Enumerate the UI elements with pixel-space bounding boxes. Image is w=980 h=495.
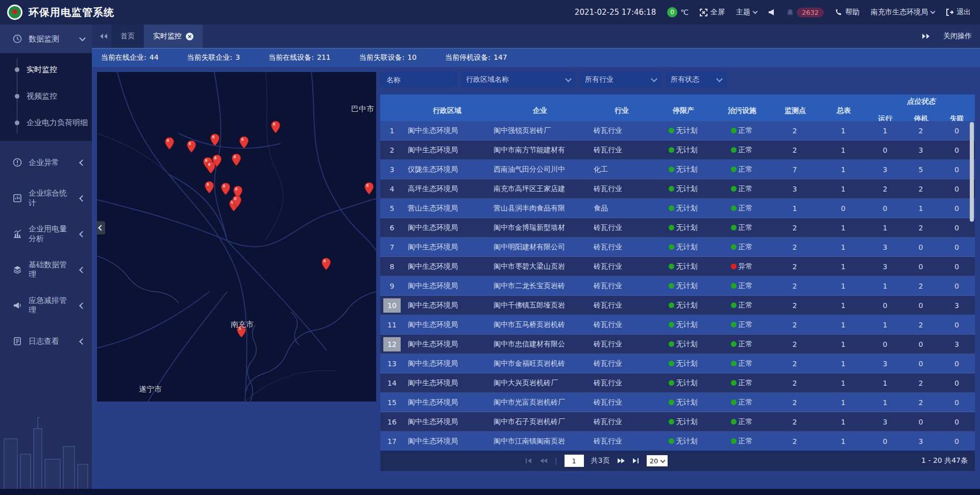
sidebar-item-company-abnormal[interactable]: 企业异常	[0, 148, 92, 177]
table-row[interactable]: 11 阆中生态环境局 阆中市五马桥页岩机砖 砖瓦行业 无计划 正常 2 1 1 …	[380, 315, 975, 335]
page-size-select[interactable]: 20	[647, 455, 668, 466]
app-logo-icon	[7, 5, 22, 20]
logout-button[interactable]: 退出	[946, 8, 971, 17]
map-collapse-button[interactable]	[97, 221, 105, 234]
close-operations[interactable]: 关闭操作	[922, 32, 972, 41]
cell-run: 3	[867, 166, 903, 174]
org-menu[interactable]: 南充市生态环境局	[871, 8, 935, 17]
page-number-input[interactable]	[565, 455, 584, 467]
map-pin[interactable]	[239, 136, 249, 149]
sidebar-item-emergency-reduction[interactable]: 应急减排管理	[0, 291, 92, 320]
status-dot	[731, 438, 737, 444]
map[interactable]: 巴中市南充市遂宁市	[97, 72, 376, 402]
chevron-down-icon	[660, 458, 666, 463]
chevron-down-icon	[79, 35, 86, 41]
table-row[interactable]: 5 营山生态环境局 营山县润丰肉食品有限 食品 无计划 正常 1 0 0 1 0	[380, 199, 975, 218]
row-number: 7	[380, 240, 404, 254]
sidebar-item-power-load-detail[interactable]: 企业电力负荷明细	[0, 109, 92, 136]
tab-realtime-monitoring[interactable]: 实时监控 ×	[144, 25, 203, 48]
name-filter-input[interactable]	[385, 75, 444, 84]
map-pin[interactable]	[206, 161, 215, 174]
table-row[interactable]: 4 高坪生态环境局 南充市高坪区王家店建 砖瓦行业 无计划 正常 3 1 2 2…	[380, 179, 975, 199]
first-page-button[interactable]	[525, 458, 532, 464]
cell-industry: 砖瓦行业	[590, 398, 653, 407]
map-pin[interactable]	[322, 258, 331, 270]
fullscreen-button[interactable]: 全屏	[700, 8, 725, 17]
next-page-button[interactable]	[617, 458, 625, 464]
table-row[interactable]: 2 阆中生态环境局 阆中市南方节能建材有 砖瓦行业 无计划 正常 2 1 0 3…	[380, 140, 975, 160]
table-row[interactable]: 6 阆中生态环境局 阆中市金博瑞新型墙材 砖瓦行业 无计划 正常 2 1 1 2…	[380, 218, 975, 238]
map-pin[interactable]	[232, 196, 241, 208]
map-pin[interactable]	[271, 121, 280, 133]
cell-region: 阆中生态环境局	[404, 243, 489, 252]
chevron-left-icon	[79, 231, 86, 238]
table-row[interactable]: 1 阆中生态环境局 阆中强锐页岩砖厂 砖瓦行业 无计划 正常 2 1 1 2 0	[380, 121, 975, 140]
location-pin-icon	[221, 183, 230, 195]
region-filter-select[interactable]: 行政区域名称	[461, 72, 576, 87]
last-page-button[interactable]	[632, 458, 640, 464]
cell-region: 阆中生态环境局	[404, 126, 489, 135]
cell-region: 阆中生态环境局	[404, 417, 489, 427]
location-pin-icon	[187, 140, 196, 153]
status-dot	[731, 341, 737, 347]
map-pin[interactable]	[205, 181, 214, 194]
tab-home[interactable]: 首页	[111, 25, 144, 48]
status-filter-select[interactable]: 所有状态	[666, 72, 727, 87]
industry-filter-select[interactable]: 所有行业	[580, 72, 662, 87]
table-row[interactable]: 10 阆中生态环境局 阆中千佛镇五郎垭页岩 砖瓦行业 无计划 正常 2 1 0 …	[380, 296, 975, 315]
help-button[interactable]: 帮助	[835, 8, 860, 17]
cell-lost: 0	[939, 321, 975, 329]
map-pin[interactable]	[165, 137, 174, 150]
table-row[interactable]: 3 仪陇生态环境局 西南油气田分公司川中 化工 无计划 正常 7 1 3 5 0	[380, 160, 975, 179]
sidebar-item-company-statistics[interactable]: 企业综合统计	[0, 184, 92, 213]
sidebar-item-data-monitoring[interactable]: 数据监测	[0, 25, 92, 53]
table-row[interactable]: 15 阆中生态环境局 阆中市光富页岩机砖厂 砖瓦行业 无计划 正常 2 1 1 …	[380, 393, 975, 412]
table-row[interactable]: 9 阆中生态环境局 阆中市二龙长宝页岩砖 砖瓦行业 无计划 正常 2 1 1 2…	[380, 276, 975, 296]
cell-points: 2	[770, 243, 819, 251]
location-pin-icon	[271, 121, 280, 133]
fullscreen-icon	[700, 9, 707, 16]
col-meter: 总表	[819, 106, 867, 115]
bell-icon	[787, 9, 794, 16]
tab-close-icon[interactable]: ×	[186, 33, 193, 40]
name-filter[interactable]	[380, 72, 457, 87]
map-pin[interactable]	[364, 182, 374, 195]
tabs-scroll-left-button[interactable]	[96, 33, 111, 39]
table-row[interactable]: 17 阆中生态环境局 阆中市江南镇阆南页岩 砖瓦行业 无计划 正常 2 1 0 …	[380, 432, 975, 451]
table-row[interactable]: 13 阆中生态环境局 阆中市金福旺页岩机砖 砖瓦行业 无计划 正常 2 1 3 …	[380, 354, 975, 373]
row-number: 17	[380, 434, 404, 449]
sidebar-item-base-data[interactable]: 基础数据管理	[0, 255, 92, 284]
alarm-indicator[interactable]: 2632	[787, 8, 824, 17]
sidebar-item-power-analysis[interactable]: 企业用电量分析	[0, 220, 92, 248]
table-row[interactable]: 16 阆中生态环境局 阆中市石子页岩机砖厂 砖瓦行业 无计划 正常 2 1 3 …	[380, 412, 975, 432]
cell-limit: 无计划	[653, 165, 713, 174]
sidebar-item-log-view[interactable]: 日志查看	[0, 327, 92, 356]
cell-meter: 1	[819, 224, 867, 232]
prev-page-button[interactable]	[540, 458, 548, 464]
map-pin[interactable]	[221, 183, 230, 195]
map-pin[interactable]	[232, 154, 241, 166]
location-pin-icon	[205, 181, 214, 194]
table-row[interactable]: 14 阆中生态环境局 阆中大兴页岩机砖厂 砖瓦行业 无计划 正常 2 1 1 2…	[380, 373, 975, 393]
theme-menu[interactable]: 主题	[736, 8, 757, 17]
map-pin[interactable]	[210, 134, 219, 146]
chevron-left-icon	[79, 195, 86, 202]
cell-limit: 无计划	[653, 243, 713, 252]
table-row[interactable]: 8 阆中生态环境局 阆中市枣碧大梁山页岩 砖瓦行业 无计划 异常 2 1 3 0…	[380, 257, 975, 276]
cell-industry: 化工	[590, 165, 653, 174]
chevron-down-icon	[716, 76, 723, 82]
table-row[interactable]: 12 阆中生态环境局 阆中市忠信建材有限公 砖瓦行业 无计划 正常 2 1 0 …	[380, 335, 975, 354]
map-pin[interactable]	[187, 140, 196, 153]
cell-points: 2	[770, 127, 819, 135]
mute-button[interactable]	[768, 9, 775, 16]
table-scrollbar[interactable]	[970, 122, 974, 222]
sidebar-item-realtime-monitoring[interactable]: 实时监控	[0, 56, 92, 83]
table-row[interactable]: 7 阆中生态环境局 阆中明阳建材有限公司 砖瓦行业 无计划 正常 2 1 3 0…	[380, 238, 975, 257]
cell-facility: 正常	[713, 320, 770, 329]
cell-run: 3	[867, 360, 903, 368]
cell-company: 阆中市南方节能建材有	[489, 146, 590, 155]
location-pin-icon	[206, 161, 215, 174]
cell-industry: 砖瓦行业	[590, 184, 653, 194]
sidebar-item-video-monitoring[interactable]: 视频监控	[0, 83, 92, 109]
bar-chart-icon	[12, 229, 22, 239]
